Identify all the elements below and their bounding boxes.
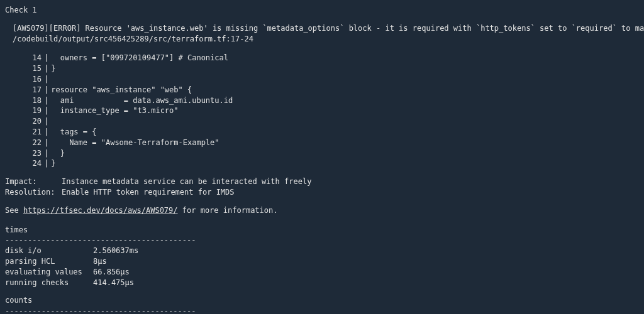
error-code: [AWS079] <box>13 24 49 33</box>
stat-row: parsing HCL8µs <box>5 256 639 267</box>
error-level: [ERROR] <box>49 24 81 33</box>
code-line: 14| owners = ["099720109477"] # Canonica… <box>24 53 639 63</box>
stat-row: evaluating values66.856µs <box>5 267 639 278</box>
code-line: 17|resource "aws_instance" "web" { <box>24 85 639 95</box>
times-title: times <box>5 225 639 236</box>
code-line: 24|} <box>24 158 639 169</box>
counts-section: counts ---------------------------------… <box>5 295 639 314</box>
times-section: times ----------------------------------… <box>5 225 639 288</box>
see-suffix: for more information. <box>178 206 278 215</box>
code-line: 19| instance_type = "t3.micro" <box>24 106 639 116</box>
stat-row: running checks414.475µs <box>5 278 639 288</box>
impact-resolution-block: Impact: Instance metadata service can be… <box>5 176 639 198</box>
divider: ----------------------------------------… <box>5 235 639 246</box>
docs-link[interactable]: https://tfsec.dev/docs/aws/AWS079/ <box>23 206 178 215</box>
see-more-info: See https://tfsec.dev/docs/aws/AWS079/ f… <box>5 205 639 216</box>
code-line: 21| tags = { <box>24 127 639 138</box>
check-header: Check 1 <box>5 5 639 16</box>
code-line: 22| Name = "Awsome-Terraform-Example" <box>24 138 639 148</box>
code-line: 20| <box>24 116 639 127</box>
resolution-label: Resolution: <box>5 187 62 198</box>
resolution-row: Resolution: Enable HTTP token requiremen… <box>5 187 639 198</box>
error-text: Resource 'aws_instance.web' is missing `… <box>86 24 644 33</box>
resolution-text: Enable HTTP token requirement for IMDS <box>62 187 235 198</box>
impact-row: Impact: Instance metadata service can be… <box>5 176 639 187</box>
error-filepath: /codebuild/output/src456425289/src/terra… <box>13 34 639 45</box>
stat-row: disk i/o2.560637ms <box>5 246 639 256</box>
see-prefix: See <box>5 206 23 215</box>
code-line: 18| ami = data.aws_ami.ubuntu.id <box>24 95 639 106</box>
code-snippet: 14| owners = ["099720109477"] # Canonica… <box>24 53 639 169</box>
counts-title: counts <box>5 295 639 306</box>
code-line: 23| } <box>24 148 639 159</box>
divider: ----------------------------------------… <box>5 306 639 314</box>
error-message: [AWS079][ERROR] Resource 'aws_instance.w… <box>13 23 639 34</box>
code-line: 16| <box>24 74 639 85</box>
code-line: 15|} <box>24 63 639 74</box>
impact-text: Instance metadata service can be interac… <box>62 176 311 187</box>
impact-label: Impact: <box>5 176 62 187</box>
